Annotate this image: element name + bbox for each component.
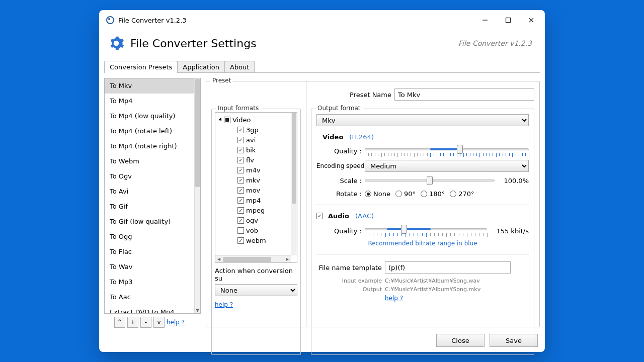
rotate-option[interactable]: 90° xyxy=(395,190,416,198)
preset-name-label: Preset Name xyxy=(311,91,391,99)
tree-h-scrollbar[interactable]: ◀ ▶ xyxy=(215,255,291,262)
format-checkbox[interactable] xyxy=(237,137,244,143)
preset-help-link[interactable]: help ? xyxy=(167,319,185,326)
input-example-label: Input example xyxy=(316,278,382,284)
preset-list[interactable]: To MkvTo Mp4To Mp4 (low quality)To Mp4 (… xyxy=(104,78,201,314)
rotate-label: Rotate : xyxy=(316,190,362,198)
format-name: webm xyxy=(246,237,266,244)
output-example-value: C:¥Music¥Artist¥Album¥Song.mkv xyxy=(385,286,480,293)
format-name: mov xyxy=(246,187,260,194)
page-title: File Converter Settings xyxy=(130,37,257,50)
input-formats-help-link[interactable]: help ? xyxy=(215,301,233,308)
format-checkbox[interactable] xyxy=(237,147,244,153)
audio-quality-label: Quality : xyxy=(316,227,362,235)
hsb-right-arrow[interactable]: ▶ xyxy=(284,256,291,263)
preset-list-scrollbar[interactable]: ▲ ▼ xyxy=(194,78,200,313)
version-label: File Converter v1.2.3 xyxy=(458,39,532,47)
preset-item[interactable]: To Mkv xyxy=(105,78,194,94)
input-example-value: C:¥Music¥Artist¥Album¥Song.wav xyxy=(385,278,480,284)
format-checkbox[interactable] xyxy=(237,217,244,224)
preset-item[interactable]: To Mp4 (rotate right) xyxy=(105,139,194,154)
preset-item[interactable]: To Wav xyxy=(105,259,194,275)
scale-slider[interactable] xyxy=(365,176,495,185)
app-icon xyxy=(106,16,114,24)
preset-name-input[interactable] xyxy=(394,88,534,101)
tree-scrollbar[interactable] xyxy=(291,113,297,255)
preset-item[interactable]: To Flac xyxy=(105,244,194,259)
preset-item[interactable]: To Mp4 xyxy=(105,94,194,109)
filename-template-input[interactable] xyxy=(385,261,511,274)
category-label: Video xyxy=(232,116,251,124)
preset-item[interactable]: To Mp3 xyxy=(105,275,194,290)
sb-thumb[interactable] xyxy=(195,79,200,187)
format-tree[interactable]: Video3gpavibikflvm4vmkvmovmp4mpegogvvobw… xyxy=(215,113,291,255)
scale-label: Scale : xyxy=(316,177,362,185)
preset-group-label: Preset xyxy=(210,77,233,84)
remove-preset-button[interactable]: - xyxy=(140,317,151,328)
rotate-option[interactable]: None xyxy=(365,190,390,198)
preset-item[interactable]: To Aac xyxy=(105,290,194,305)
tree-sb-thumb[interactable] xyxy=(292,113,296,204)
audio-codec: (AAC) xyxy=(355,212,374,220)
preset-item[interactable]: To Gif xyxy=(105,199,194,214)
audio-bitrate-note: Recommended bitrate range in blue xyxy=(316,240,529,247)
radio-label: None xyxy=(373,190,390,198)
preset-item[interactable]: To Webm xyxy=(105,154,194,169)
add-preset-button[interactable]: + xyxy=(127,317,138,328)
sb-down-arrow[interactable]: ▼ xyxy=(195,307,200,313)
input-formats-group: Input formats Video3gpavibikflvm4vmkvmov… xyxy=(211,109,301,355)
filename-template-label: File name template xyxy=(316,264,382,272)
preset-item[interactable]: To Mp4 (low quality) xyxy=(105,109,194,124)
preset-item[interactable]: Extract DVD to Mp4 xyxy=(105,305,194,313)
tab-application[interactable]: Application xyxy=(177,61,225,73)
format-checkbox[interactable] xyxy=(237,197,244,204)
audio-enable-checkbox[interactable] xyxy=(316,213,323,219)
minimize-button[interactable] xyxy=(473,10,497,30)
radio-label: 270° xyxy=(458,190,474,198)
output-format-label: Output format xyxy=(315,105,363,112)
hsb-thumb[interactable] xyxy=(223,257,271,262)
format-checkbox[interactable] xyxy=(237,177,244,184)
rotate-option[interactable]: 270° xyxy=(450,190,474,198)
action-label: Action when conversion su xyxy=(215,267,297,282)
preset-item[interactable]: To Avi xyxy=(105,184,194,199)
preset-item[interactable]: To Gif (low quality) xyxy=(105,214,194,229)
action-on-success-select[interactable]: None xyxy=(215,284,297,296)
format-name: flv xyxy=(246,156,254,164)
radio-label: 180° xyxy=(429,190,445,198)
expand-icon[interactable] xyxy=(218,117,223,122)
tab-conversion-presets[interactable]: Conversion Presets xyxy=(104,61,178,73)
format-checkbox[interactable] xyxy=(237,227,244,234)
move-down-button[interactable]: v xyxy=(153,317,165,328)
gear-icon xyxy=(108,35,124,51)
radio-icon xyxy=(421,191,427,197)
encoding-speed-select[interactable]: Medium xyxy=(365,160,529,172)
move-up-button[interactable]: ^ xyxy=(114,317,125,328)
audio-section-label: Audio xyxy=(328,212,349,220)
format-checkbox[interactable] xyxy=(237,157,244,163)
svg-rect-1 xyxy=(506,18,511,23)
close-button[interactable] xyxy=(520,10,543,30)
format-checkbox[interactable] xyxy=(237,187,244,194)
output-format-group: Output format Mkv Video (H.264) Quality … xyxy=(311,109,534,355)
preset-group: Preset Input formats Video3gpavibikflvm4… xyxy=(206,81,306,327)
preset-item[interactable]: To Mp4 (rotate left) xyxy=(105,124,194,139)
format-checkbox[interactable] xyxy=(237,167,244,173)
format-checkbox[interactable] xyxy=(237,207,244,214)
category-checkbox[interactable] xyxy=(224,117,230,123)
preset-item[interactable]: To Ogg xyxy=(105,229,194,244)
hsb-left-arrow[interactable]: ◀ xyxy=(215,256,222,263)
format-name: avi xyxy=(246,136,256,144)
format-name: mkv xyxy=(246,176,260,184)
preset-item[interactable]: To Ogv xyxy=(105,169,194,184)
video-section-label: Video xyxy=(323,133,343,141)
format-checkbox[interactable] xyxy=(237,237,244,244)
output-format-select[interactable]: Mkv xyxy=(316,114,529,126)
rotate-option[interactable]: 180° xyxy=(421,190,445,198)
format-checkbox[interactable] xyxy=(237,127,244,133)
radio-icon xyxy=(395,191,402,197)
maximize-button[interactable] xyxy=(497,10,520,30)
tab-about[interactable]: About xyxy=(224,61,255,73)
format-name: ogv xyxy=(246,217,258,224)
filename-help-link[interactable]: help ? xyxy=(385,295,403,302)
